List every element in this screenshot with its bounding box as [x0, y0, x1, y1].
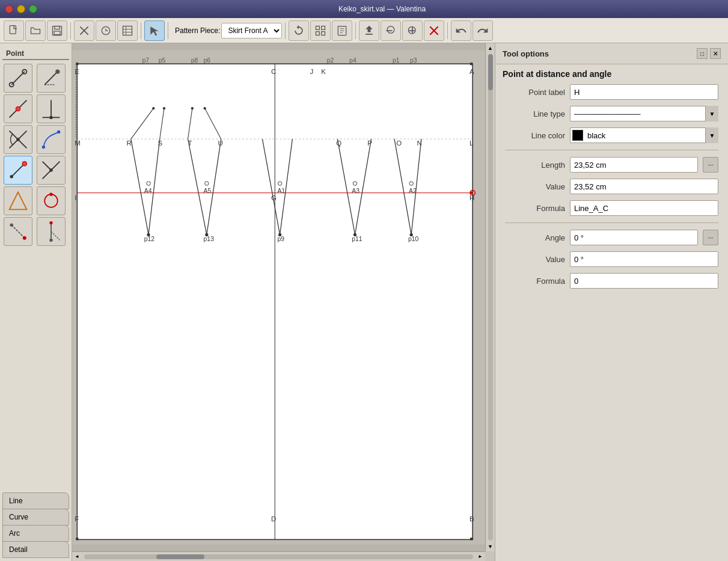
length-formula-label: Formula	[505, 204, 565, 213]
grid-button[interactable]	[310, 20, 331, 41]
tab-detail[interactable]: Detail	[2, 541, 69, 558]
table-button[interactable]	[117, 20, 138, 41]
svg-rect-14	[316, 31, 320, 35]
svg-text:A3: A3	[352, 188, 359, 194]
length-formula-input[interactable]	[570, 200, 718, 216]
drafting-mode-button[interactable]	[74, 20, 94, 41]
maximize-button[interactable]	[29, 5, 37, 13]
scroll-left-arrow[interactable]: ◄	[72, 552, 82, 562]
svg-rect-12	[316, 26, 320, 29]
arrow-tool-button[interactable]	[144, 20, 165, 41]
svg-rect-3	[54, 31, 60, 34]
tab-line[interactable]: Line	[2, 492, 69, 509]
point-label-input[interactable]	[570, 84, 718, 100]
canvas-inner[interactable]: A B E F D C G H I J K L M N O P Q R S T	[72, 43, 485, 551]
close-pattern-button[interactable]	[424, 20, 444, 41]
notes-button[interactable]	[332, 20, 352, 41]
svg-text:p13: p13	[204, 236, 215, 242]
new-file-button[interactable]	[4, 20, 24, 41]
section-divider-1	[505, 150, 718, 150]
line-type-select[interactable]: ──────────── - - - - - - - ········	[570, 106, 718, 121]
tool-triangle[interactable]	[4, 186, 32, 215]
undo-button[interactable]	[451, 20, 471, 41]
angle-value-input[interactable]	[570, 251, 718, 267]
vertical-scrollbar[interactable]: ▲ ▼	[485, 43, 495, 551]
tool-midpoint[interactable]	[4, 94, 32, 123]
angle-formula-input[interactable]	[570, 273, 718, 289]
panel-close-button[interactable]: ✕	[710, 48, 721, 59]
svg-point-75	[204, 107, 206, 109]
panel-float-button[interactable]: □	[697, 48, 708, 59]
svg-point-128	[278, 233, 281, 236]
pattern-svg: A B E F D C G H I J K L M N O P Q R S T	[72, 43, 485, 551]
svg-text:U: U	[218, 139, 223, 147]
export-button[interactable]	[359, 20, 379, 41]
length-more-button[interactable]: ···	[703, 157, 718, 173]
svg-point-53	[10, 224, 13, 227]
tool-move-point[interactable]	[4, 217, 32, 246]
line-color-select[interactable]: black red blue green	[570, 127, 718, 143]
scroll-h-track[interactable]	[84, 554, 473, 559]
line-color-row: Line color black red blue green ▼	[495, 124, 728, 146]
svg-text:p4: p4	[349, 57, 356, 64]
zoom-in-button[interactable]	[402, 20, 423, 41]
tool-line-endpoint[interactable]	[4, 64, 32, 93]
tool-angle-bisector[interactable]	[37, 217, 66, 246]
tool-angle-line[interactable]	[37, 64, 66, 93]
tool-options-header-label: Tool options	[503, 49, 549, 58]
tool-point-on-curve[interactable]	[37, 186, 66, 215]
toolbar-separator-1	[70, 22, 71, 39]
svg-point-50	[44, 194, 58, 207]
length-value-input[interactable]	[570, 179, 718, 194]
svg-rect-135	[470, 538, 473, 540]
canvas-area[interactable]: A B E F D C G H I J K L M N O P Q R S T	[72, 43, 495, 561]
zoom-out-button[interactable]	[381, 20, 401, 41]
svg-marker-49	[10, 192, 27, 210]
scroll-up-arrow[interactable]: ▲	[486, 43, 495, 53]
open-file-button[interactable]	[25, 20, 46, 41]
svg-line-52	[11, 225, 25, 238]
svg-point-24	[409, 26, 416, 34]
tool-spline[interactable]	[37, 125, 66, 154]
svg-rect-132	[76, 63, 78, 65]
tab-arc[interactable]: Arc	[2, 525, 69, 542]
length-input[interactable]	[570, 157, 698, 173]
angle-value-label: Value	[505, 255, 565, 264]
minimize-button[interactable]	[17, 5, 25, 13]
pattern-piece-select[interactable]: Skirt Front A	[221, 23, 282, 38]
tool-perpendicular[interactable]	[37, 94, 66, 123]
svg-text:p8: p8	[191, 57, 198, 64]
toolbar-separator-6	[447, 22, 448, 39]
scroll-right-arrow[interactable]: ►	[476, 552, 485, 562]
close-button[interactable]	[5, 5, 13, 13]
svg-text:J: J	[310, 68, 314, 75]
svg-rect-0	[10, 25, 16, 33]
tab-curve[interactable]: Curve	[2, 509, 69, 526]
svg-marker-11	[150, 26, 158, 35]
svg-text:A1: A1	[277, 188, 285, 194]
history-button[interactable]	[96, 20, 116, 41]
tool-intersection[interactable]	[4, 125, 32, 154]
point-label-row: Point label	[495, 81, 728, 103]
horizontal-scrollbar[interactable]: ◄ ►	[72, 551, 485, 561]
point-label-field-label: Point label	[505, 88, 565, 97]
scroll-v-thumb[interactable]	[488, 54, 493, 90]
right-panel: Tool options □ ✕ Point at distance and a…	[495, 43, 728, 561]
angle-more-button[interactable]: ···	[703, 230, 718, 245]
svg-rect-133	[470, 63, 473, 65]
save-file-button[interactable]	[47, 20, 67, 41]
tool-options-title: Point at distance and angle	[495, 64, 728, 81]
tool-options-header: Tool options □ ✕	[495, 43, 728, 64]
svg-text:p10: p10	[408, 236, 419, 242]
scroll-h-thumb[interactable]	[156, 554, 204, 559]
rotate-button[interactable]	[289, 20, 309, 41]
main-toolbar: Pattern Piece: Skirt Front A	[0, 18, 728, 43]
tool-distance-angle[interactable]	[4, 156, 32, 185]
scroll-down-arrow[interactable]: ▼	[486, 542, 495, 551]
svg-text:A: A	[470, 68, 474, 75]
redo-button[interactable]	[473, 20, 493, 41]
svg-point-48	[49, 168, 52, 171]
tool-height-point[interactable]	[37, 156, 66, 185]
angle-input[interactable]	[570, 230, 698, 245]
svg-rect-23	[409, 30, 415, 31]
